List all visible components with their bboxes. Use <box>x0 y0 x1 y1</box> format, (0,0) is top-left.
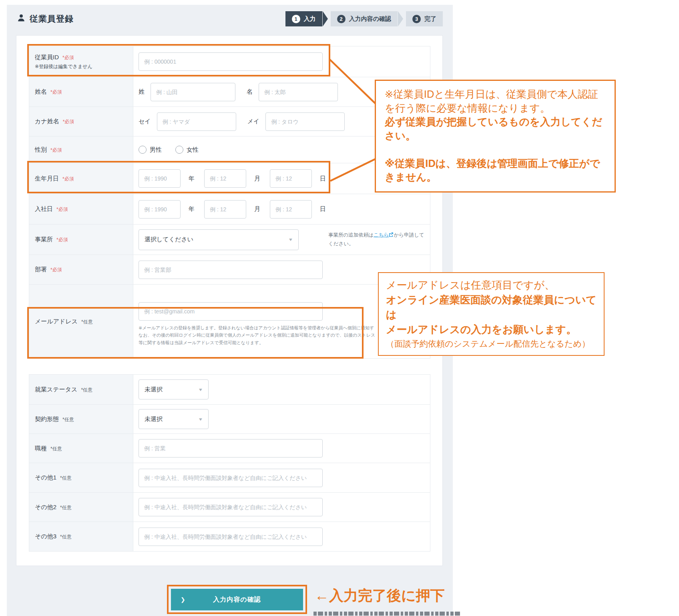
step-2-label: 入力内容の確認 <box>349 15 391 23</box>
last-name-label: 姓 <box>139 88 145 96</box>
chevron-right-icon: ❯ <box>181 596 186 603</box>
name-label: 姓名 <box>35 88 47 95</box>
row-birthdate: 生年月日*必須 年 月 日 <box>29 163 430 194</box>
other1-input[interactable] <box>139 469 323 487</box>
required-badge: *必須 <box>62 176 74 182</box>
gender-label: 性別 <box>35 146 47 153</box>
required-badge: *必須 <box>62 55 74 60</box>
contract-select[interactable]: 未選択 ▼ <box>139 409 209 429</box>
optional-badge: *任意 <box>81 387 92 393</box>
step-arrow-icon <box>398 11 403 26</box>
step-input: 1 入力 <box>285 11 322 26</box>
callout-id-birthdate: ※従業員IDと生年月日は、従業員側で本人認証を行う際に必要な情報になります。 必… <box>375 80 616 193</box>
employee-id-label: 従業員ID <box>35 54 59 60</box>
day-unit: 日 <box>320 205 326 213</box>
row-email: メールアドレス*任意 ※メールアドレスの登録を推奨します。登録されない場合はアカ… <box>29 285 430 358</box>
kana-last-input[interactable] <box>157 112 236 131</box>
dropdown-caret-icon: ▼ <box>288 237 293 242</box>
page-root: 従業員登録 1 入力 2 入力内容の確認 3 完了 従業員ID*必須 <box>0 0 679 616</box>
confirm-button-label: 入力内容の確認 <box>213 596 261 604</box>
kana-first-input[interactable] <box>265 112 345 131</box>
work-status-value: 未選択 <box>145 386 163 393</box>
row-other2: その他2*任意 <box>29 493 430 522</box>
office-note: 事業所の追加依頼はこちらから申請してください。 <box>328 231 429 249</box>
job-type-input[interactable] <box>139 439 323 457</box>
office-label: 事業所 <box>35 236 53 243</box>
gender-female-label: 女性 <box>187 146 199 154</box>
birth-day-input[interactable] <box>270 169 312 188</box>
join-day-input[interactable] <box>270 200 312 219</box>
work-status-select[interactable]: 未選択 ▼ <box>139 379 209 399</box>
row-work-status: 就業ステータス*任意 未選択 ▼ <box>29 375 430 405</box>
page-title: 従業員登録 <box>30 13 74 24</box>
year-unit: 年 <box>189 205 195 213</box>
page-header: 従業員登録 1 入力 2 入力内容の確認 3 完了 <box>17 10 443 27</box>
first-name-label: 名 <box>247 88 253 96</box>
form-table-optional: 就業ステータス*任意 未選択 ▼ 契約形態*任意 未選択 ▼ <box>29 374 430 552</box>
optional-badge: *任意 <box>60 475 72 481</box>
confirm-button[interactable]: ❯ 入力内容の確認 <box>171 589 303 610</box>
email-note: ※メールアドレスの登録を推奨します。登録されない場合はアカウント認証情報等を管理… <box>139 324 375 346</box>
step-confirm: 2 入力内容の確認 <box>331 11 398 26</box>
required-badge: *必須 <box>50 147 62 153</box>
last-name-input[interactable] <box>151 83 235 101</box>
gender-female-radio[interactable] <box>175 146 183 154</box>
form-table-main: 従業員ID*必須 ※登録後は編集できません 姓名*必須 姓 名 <box>29 46 430 359</box>
title-group: 従業員登録 <box>17 13 74 24</box>
press-after-input-annotation: ←入力完了後に押下 <box>315 586 445 606</box>
birth-year-input[interactable] <box>139 169 181 188</box>
step-2-number: 2 <box>337 15 346 23</box>
row-contract: 契約形態*任意 未選択 ▼ <box>29 405 430 434</box>
email-label: メールアドレス <box>35 318 78 325</box>
step-3-number: 3 <box>412 15 421 23</box>
required-badge: *必須 <box>56 237 68 243</box>
row-office: 事業所*必須 選択してください ▼ 事業所の追加依頼はこちらから申請してください… <box>29 225 430 255</box>
join-date-label: 入社日 <box>35 205 53 212</box>
join-month-input[interactable] <box>204 200 246 219</box>
office-request-link[interactable]: こちら <box>374 232 389 237</box>
optional-badge: *任意 <box>62 417 74 422</box>
callout-email: メールアドレスは任意項目ですが、 オンライン産業医面談の対象従業員については メ… <box>378 272 605 356</box>
optional-badge: *任意 <box>81 319 93 325</box>
row-department: 部署*必須 <box>29 255 430 285</box>
optional-badge: *任意 <box>60 534 72 540</box>
row-job-type: 職種*任意 <box>29 434 430 463</box>
gender-female-option[interactable]: 女性 <box>175 146 199 154</box>
step-3-label: 完了 <box>424 15 436 23</box>
office-select[interactable]: 選択してください ▼ <box>139 229 299 250</box>
month-unit: 月 <box>254 175 260 183</box>
office-select-value: 選択してください <box>145 236 193 243</box>
kana-last-label: セイ <box>139 118 151 125</box>
dropdown-caret-icon: ▼ <box>198 387 203 392</box>
department-input[interactable] <box>139 261 323 279</box>
employee-id-input[interactable] <box>139 52 323 71</box>
row-other3: その他3*任意 <box>29 522 430 551</box>
email-input[interactable] <box>139 302 323 321</box>
row-employee-id: 従業員ID*必須 ※登録後は編集できません <box>29 46 430 77</box>
gender-male-option[interactable]: 男性 <box>139 146 162 154</box>
employee-id-subnote: ※登録後は編集できません <box>35 63 127 70</box>
join-year-input[interactable] <box>139 200 181 219</box>
job-type-label: 職種 <box>35 445 47 451</box>
step-indicator: 1 入力 2 入力内容の確認 3 完了 <box>285 11 443 26</box>
department-label: 部署 <box>35 266 47 273</box>
required-badge: *必須 <box>50 267 62 273</box>
cropped-text-fragment <box>313 612 461 616</box>
optional-badge: *任意 <box>60 505 72 510</box>
other2-input[interactable] <box>139 498 323 516</box>
gender-male-radio[interactable] <box>139 146 147 154</box>
step-1-label: 入力 <box>304 15 316 23</box>
other1-label: その他1 <box>35 474 56 481</box>
other3-label: その他3 <box>35 533 56 540</box>
year-unit: 年 <box>189 175 195 183</box>
other3-input[interactable] <box>139 528 323 546</box>
required-badge: *必須 <box>50 89 62 95</box>
employee-icon <box>17 14 26 24</box>
required-badge: *必須 <box>63 119 74 124</box>
birth-month-input[interactable] <box>204 169 246 188</box>
step-1-number: 1 <box>292 15 300 23</box>
kana-first-label: メイ <box>247 118 260 125</box>
first-name-input[interactable] <box>259 83 338 101</box>
kana-label: カナ姓名 <box>35 118 59 124</box>
birthdate-label: 生年月日 <box>35 175 59 182</box>
